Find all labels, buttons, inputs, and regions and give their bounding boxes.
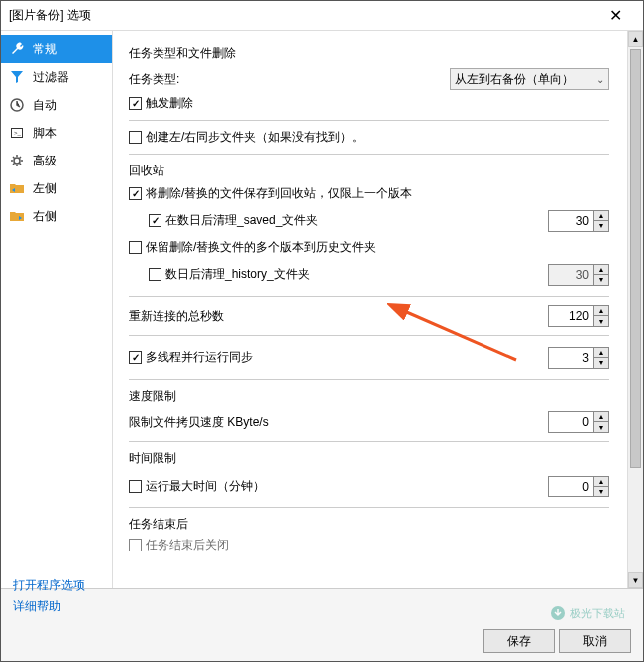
footer-links: 打开程序选项 详细帮助 [13, 573, 85, 619]
time-limit-spinner[interactable]: ▲▼ [548, 476, 609, 497]
checkbox-label: 将删除/替换的文件保存到回收站，仅限上一个版本 [146, 185, 412, 202]
sidebar-item-right[interactable]: 右侧 [1, 202, 112, 230]
divider [129, 120, 609, 121]
sidebar-item-label: 过滤器 [33, 69, 69, 86]
create-folders-row[interactable]: 创建左/右同步文件夹（如果没有找到）。 [129, 129, 609, 146]
spinner-up[interactable]: ▲ [594, 477, 608, 487]
checkbox-label: 多线程并行运行同步 [146, 349, 253, 366]
gear-icon [9, 153, 25, 168]
sidebar-item-label: 左侧 [33, 180, 57, 197]
spinner-input[interactable] [549, 348, 593, 368]
checkbox-multithread[interactable] [129, 351, 142, 364]
checkbox-label: 运行最大时间（分钟） [146, 478, 265, 495]
scrollbar[interactable]: ▲ ▼ [627, 31, 643, 588]
spinner-up[interactable]: ▲ [594, 306, 608, 316]
clean-saved-days-spinner[interactable]: ▲▼ [548, 210, 609, 232]
time-limit-row: 运行最大时间（分钟） ▲▼ [129, 473, 609, 499]
clean-saved-row: 在数日后清理_saved_文件夹 ▲▼ [129, 207, 609, 234]
save-deleted-row[interactable]: 将删除/替换的文件保存到回收站，仅限上一个版本 [129, 185, 609, 202]
clean-saved-checkbox-row[interactable]: 在数日后清理_saved_文件夹 [149, 212, 548, 229]
sidebar-item-auto[interactable]: 自动 [1, 91, 112, 119]
folder-left-icon [9, 180, 25, 196]
checkbox-label: 在数日后清理_saved_文件夹 [165, 212, 318, 229]
spinner-up[interactable]: ▲ [594, 211, 608, 221]
scroll-down-button[interactable]: ▼ [628, 572, 643, 588]
section-title: 回收站 [129, 163, 609, 179]
spinner-input[interactable] [549, 412, 593, 432]
multithread-checkbox-row[interactable]: 多线程并行运行同步 [129, 349, 548, 366]
task-type-dropdown[interactable]: 从左到右备份（单向） ⌄ [450, 68, 609, 90]
wrench-icon [9, 41, 25, 57]
checkbox-end-close[interactable] [129, 539, 142, 551]
watermark: 极光下载站 [550, 605, 625, 621]
folder-right-icon [9, 208, 25, 224]
sidebar-item-label: 自动 [33, 97, 57, 114]
trigger-delete-row[interactable]: 触发删除 [129, 95, 609, 112]
close-button[interactable]: ✕ [595, 1, 635, 31]
save-button[interactable]: 保存 [483, 629, 555, 653]
checkbox-label: 触发删除 [146, 95, 193, 112]
checkbox-time-limit[interactable] [129, 480, 142, 493]
svg-point-6 [551, 606, 565, 620]
task-type-row: 任务类型: 从左到右备份（单向） ⌄ [129, 68, 609, 90]
sidebar-item-label: 高级 [33, 153, 57, 169]
spinner-down[interactable]: ▼ [594, 487, 608, 496]
divider [129, 441, 609, 442]
checkbox-keep-versions[interactable] [129, 241, 142, 254]
multithread-spinner[interactable]: ▲▼ [548, 347, 609, 369]
window-title: [图片备份] 选项 [9, 7, 595, 24]
clean-history-days-spinner: ▲▼ [548, 264, 609, 286]
spinner-down[interactable]: ▼ [594, 422, 608, 432]
spinner-down[interactable]: ▼ [594, 221, 608, 231]
spinner-up[interactable]: ▲ [594, 412, 608, 422]
detailed-help-link[interactable]: 详细帮助 [13, 598, 85, 615]
sidebar-item-general[interactable]: 常规 [1, 35, 112, 63]
checkbox-trigger-delete[interactable] [129, 97, 142, 110]
chevron-down-icon: ⌄ [596, 74, 604, 85]
divider [129, 335, 609, 336]
spinner-input [549, 265, 593, 285]
checkbox-clean-history[interactable] [149, 268, 161, 281]
clean-history-checkbox-row[interactable]: 数日后清理_history_文件夹 [149, 266, 548, 283]
sidebar-item-advanced[interactable]: 高级 [1, 147, 112, 174]
footer: 打开程序选项 详细帮助 极光下载站 保存 取消 [1, 588, 643, 661]
sidebar-item-label: 常规 [33, 41, 57, 58]
keep-versions-row[interactable]: 保留删除/替换文件的多个版本到历史文件夹 [129, 239, 609, 256]
speed-limit-spinner[interactable]: ▲▼ [548, 411, 609, 433]
end-close-row[interactable]: 任务结束后关闭 [129, 539, 609, 551]
spinner-down: ▼ [594, 275, 608, 285]
section-title: 时间限制 [129, 450, 609, 467]
section-title: 任务类型和文件删除 [129, 45, 609, 62]
checkbox-create-folders[interactable] [129, 131, 142, 144]
sidebar-item-script[interactable]: >_ 脚本 [1, 119, 112, 147]
divider [129, 507, 609, 508]
sidebar-item-label: 脚本 [33, 125, 57, 142]
dialog-body: 常规 过滤器 自动 >_ 脚本 高级 左侧 [1, 31, 643, 588]
speed-limit-label: 限制文件拷贝速度 KByte/s [129, 414, 548, 431]
spinner-up: ▲ [594, 265, 608, 275]
time-limit-checkbox-row[interactable]: 运行最大时间（分钟） [129, 478, 548, 495]
spinner-up[interactable]: ▲ [594, 348, 608, 358]
dialog-window: [图片备份] 选项 ✕ 常规 过滤器 自动 >_ 脚本 高级 [0, 0, 644, 662]
spinner-input[interactable] [549, 211, 593, 231]
sidebar-item-filter[interactable]: 过滤器 [1, 63, 112, 91]
spinner-input[interactable] [549, 306, 593, 326]
checkbox-clean-saved[interactable] [149, 214, 161, 227]
open-program-options-link[interactable]: 打开程序选项 [13, 577, 85, 594]
scroll-up-button[interactable]: ▲ [628, 31, 643, 47]
clean-history-row: 数日后清理_history_文件夹 ▲▼ [129, 261, 609, 288]
spinner-down[interactable]: ▼ [594, 358, 608, 368]
spinner-input[interactable] [549, 477, 593, 496]
checkbox-label: 创建左/右同步文件夹（如果没有找到）。 [146, 129, 364, 146]
reconnect-spinner[interactable]: ▲▼ [548, 305, 609, 327]
checkbox-label: 任务结束后关闭 [146, 539, 229, 551]
cancel-button[interactable]: 取消 [559, 629, 631, 653]
reconnect-label: 重新连接的总秒数 [129, 308, 548, 325]
reconnect-row: 重新连接的总秒数 ▲▼ [129, 305, 609, 327]
scrollbar-thumb[interactable] [630, 49, 641, 468]
task-type-label: 任务类型: [129, 71, 450, 88]
content-pane: ▲ ▼ 任务类型和文件删除 任务类型: 从左到右备份（单向） ⌄ 触发删除 创建 [113, 31, 643, 588]
checkbox-save-deleted[interactable] [129, 187, 142, 200]
spinner-down[interactable]: ▼ [594, 316, 608, 326]
sidebar-item-left[interactable]: 左侧 [1, 174, 112, 202]
